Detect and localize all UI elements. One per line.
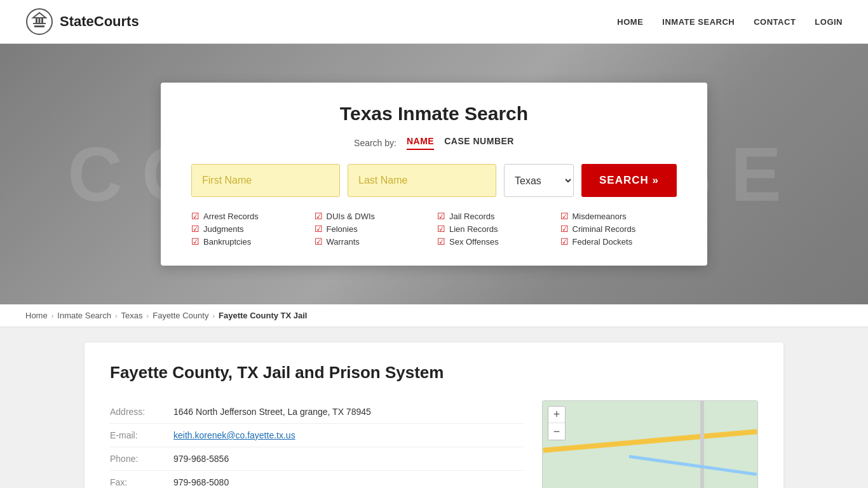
breadcrumb-separator: › [115,312,118,320]
svg-marker-6 [33,13,46,18]
search-card-title: Texas Inmate Search [191,103,677,125]
check-label: Federal Dockets [573,237,633,247]
logo-text: StateCourts [60,13,139,30]
check-label: Misdemeanors [573,212,627,221]
map-section: + − [542,400,758,488]
breadcrumb-link-texas[interactable]: Texas [121,311,143,320]
checkbox-icon: ☑ [560,236,569,247]
address-label: Address: [110,407,173,417]
search-by-label: Search by: [354,138,397,148]
search-inputs-row: Texas SEARCH » [191,164,677,197]
svg-rect-4 [39,18,41,24]
search-button[interactable]: SEARCH » [581,164,677,197]
phone-row: Phone: 979-968-5856 [110,447,523,471]
map-road-2 [700,401,704,488]
breadcrumb-separator: › [51,312,54,320]
breadcrumb-link-inmate-search[interactable]: Inmate Search [57,311,111,320]
check-label: Sex Offenses [449,237,499,247]
check-label: Jail Records [449,212,495,221]
check-item: ☑Misdemeanors [560,211,677,221]
check-label: Arrest Records [203,212,259,221]
search-by-row: Search by: NAME CASE NUMBER [191,136,677,150]
checkbox-icon: ☑ [560,211,569,221]
check-item: ☑Criminal Records [560,224,677,234]
email-row: E-mail: keith.korenek@co.fayette.tx.us [110,424,523,447]
content-inner: Address: 1646 North Jefferson Street, La… [110,400,758,488]
checkbox-icon: ☑ [191,236,200,247]
check-label: Warrants [327,237,360,247]
nav-home[interactable]: HOME [617,17,643,27]
check-item: ☑Judgments [191,224,308,234]
search-card: Texas Inmate Search Search by: NAME CASE… [161,83,707,266]
main-content: Fayette County, TX Jail and Prison Syste… [59,342,809,488]
check-item: ☑Bankruptcies [191,236,308,247]
check-item: ☑Arrest Records [191,211,308,221]
tab-name[interactable]: NAME [407,136,434,150]
breadcrumb-link-home[interactable]: Home [25,311,48,320]
map-zoom-in[interactable]: + [548,407,565,423]
email-link[interactable]: keith.korenek@co.fayette.tx.us [173,430,295,440]
svg-rect-3 [36,18,37,24]
check-item: ☑Felonies [315,224,431,234]
breadcrumb-current: Fayette County TX Jail [219,311,307,320]
breadcrumb-separator: › [212,312,215,320]
nav-login[interactable]: LOGIN [815,17,843,27]
check-label: DUIs & DWIs [327,212,376,221]
breadcrumb: Home›Inmate Search›Texas›Fayette County›… [0,304,868,327]
map-zoom-out[interactable]: − [548,423,565,440]
address-value: 1646 North Jefferson Street, La grange, … [173,407,371,417]
checkbox-icon: ☑ [315,236,323,247]
check-item: ☑Warrants [315,236,431,247]
address-row: Address: 1646 North Jefferson Street, La… [110,400,523,424]
logo-icon [25,8,53,36]
check-label: Felonies [327,224,358,234]
tab-case-number[interactable]: CASE NUMBER [444,136,514,150]
fax-value: 979-968-5080 [173,477,229,487]
checkbox-icon: ☑ [191,224,200,234]
breadcrumb-separator: › [147,312,149,320]
content-card: Fayette County, TX Jail and Prison Syste… [85,342,783,488]
checkbox-icon: ☑ [437,211,445,221]
checkbox-icon: ☑ [315,211,323,221]
map-controls: + − [548,406,566,440]
main-nav: HOME INMATE SEARCH CONTACT LOGIN [617,17,843,27]
svg-rect-1 [34,25,44,27]
content-title: Fayette County, TX Jail and Prison Syste… [110,363,758,383]
breadcrumb-link-fayette-county[interactable]: Fayette County [153,311,208,320]
first-name-input[interactable] [191,164,340,197]
email-label: E-mail: [110,430,173,440]
check-item: ☑Lien Records [437,224,554,234]
state-select[interactable]: Texas [504,164,574,197]
phone-label: Phone: [110,454,173,464]
checkbox-icon: ☑ [315,224,323,234]
last-name-input[interactable] [348,164,496,197]
svg-rect-5 [41,18,43,24]
header: StateCourts HOME INMATE SEARCH CONTACT L… [0,0,868,44]
info-section: Address: 1646 North Jefferson Street, La… [110,400,523,488]
check-item: ☑Sex Offenses [437,236,554,247]
checkbox-icon: ☑ [437,224,445,234]
checkbox-icon: ☑ [560,224,569,234]
check-label: Lien Records [449,224,498,234]
nav-contact[interactable]: CONTACT [754,17,796,27]
fax-row: Fax: 979-968-5080 [110,471,523,488]
hero-section: COURTHOUSE Texas Inmate Search Search by… [0,44,868,304]
logo-area: StateCourts [25,8,139,36]
nav-inmate-search[interactable]: INMATE SEARCH [662,17,735,27]
check-item: ☑DUIs & DWIs [315,211,431,221]
check-label: Judgments [203,224,244,234]
check-label: Criminal Records [573,224,636,234]
check-item: ☑Jail Records [437,211,554,221]
map-container: + − [542,400,758,488]
checkbox-icon: ☑ [437,236,445,247]
check-item: ☑Federal Dockets [560,236,677,247]
check-label: Bankruptcies [203,237,251,247]
fax-label: Fax: [110,477,173,487]
checks-grid: ☑Arrest Records☑DUIs & DWIs☑Jail Records… [191,211,677,247]
phone-value: 979-968-5856 [173,454,229,464]
checkbox-icon: ☑ [191,211,200,221]
